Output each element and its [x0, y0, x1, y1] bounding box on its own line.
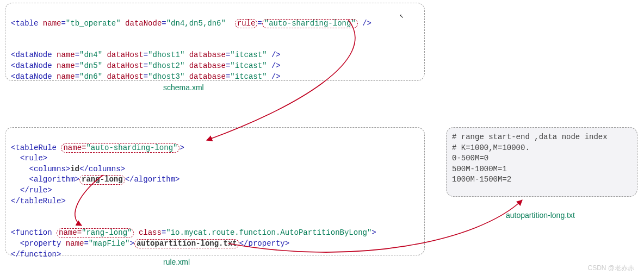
txt-code: # range start-end ,data node index # K=1…: [452, 132, 631, 185]
rule-val-highlight: "auto-sharding-long": [262, 19, 358, 28]
txt-box: # range start-end ,data node index # K=1…: [446, 127, 637, 197]
schema-code: <table name="tb_operate" dataNode="dn4,d…: [11, 8, 419, 82]
rule-caption: rule.xml: [163, 258, 190, 266]
rule-code: <tableRule name="auto-sharding-long"> <r…: [11, 132, 419, 260]
tablerule-name-highlight: name="auto-sharding-long": [61, 143, 179, 153]
txt-caption: autopartition-long.txt: [506, 211, 575, 220]
rule-box: <tableRule name="auto-sharding-long"> <r…: [5, 127, 425, 255]
function-name-highlight: name="rang-long": [57, 228, 134, 238]
mouse-cursor-icon: ↖: [399, 11, 404, 20]
schema-box: <table name="tb_operate" dataNode="dn4,d…: [5, 3, 425, 81]
watermark: CSDN @老赤赤: [587, 264, 634, 273]
algorithm-highlight: rang-long: [79, 175, 125, 184]
mapfile-highlight: autopartition-long.txt: [134, 239, 239, 248]
rule-attr-highlight: rule: [235, 19, 258, 28]
schema-caption: schema.xml: [163, 83, 204, 92]
